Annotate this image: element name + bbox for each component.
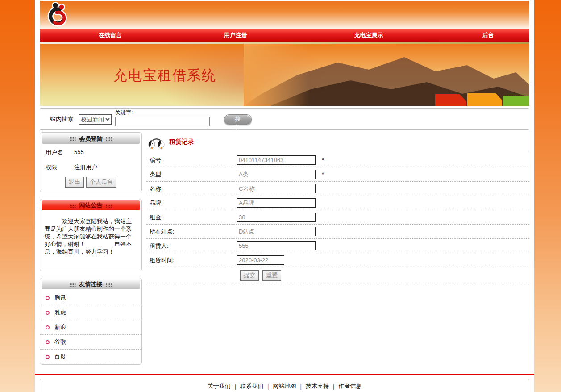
keyword-group: 关键字: (115, 109, 210, 126)
search-input[interactable] (115, 117, 210, 126)
page: 在线留言用户注册充电宝展示后台 充电宝租借系统 站内搜索 校园新闻 关键字: 搜 (35, 0, 534, 392)
footer-link-5[interactable]: 作者信息 (338, 382, 362, 390)
main-nav: 在线留言用户注册充电宝展示后台 (40, 29, 529, 42)
form-row-brand: 品牌: (146, 196, 529, 210)
friend-links-list: 腾讯雅虎新浪谷歌百度 (40, 291, 141, 364)
login-buttons-row: 退出 个人后台 (40, 175, 141, 192)
form-buttons-row: 提交 重置 (146, 267, 529, 284)
footer-link-4[interactable]: 技术支持 (306, 382, 329, 390)
field-input-name[interactable] (237, 184, 316, 193)
form-row-rent-date: 租赁时间: (146, 253, 529, 267)
form-row-renter: 租赁人: (146, 239, 529, 253)
friend-link-label: 腾讯 (54, 294, 66, 302)
footer-links: 关于我们|联系我们|网站地图|技术支持|作者信息 (40, 379, 529, 392)
form-row-name: 名称: (146, 182, 529, 196)
dots-decoration-icon (70, 137, 76, 142)
role-row: 权限 注册用户 (40, 160, 141, 175)
bullet-icon (46, 340, 50, 344)
footer-link-3[interactable]: 网站地图 (273, 382, 296, 390)
sidebar: 会员登陆 用户名 555 权限 注册用户 退出 个人后台 (40, 132, 142, 371)
form-row-number: 编号:* (146, 153, 529, 167)
form-row-type: 类型:* (146, 167, 529, 182)
member-login-title: 会员登陆 (79, 135, 103, 143)
friend-link-5[interactable]: 百度 (40, 350, 141, 364)
friend-link-4[interactable]: 谷歌 (40, 335, 141, 350)
field-label-number: 编号: (146, 156, 237, 164)
field-label-brand: 品牌: (146, 199, 237, 207)
form-row-rent: 租金: (146, 210, 529, 225)
logo-icon (43, 2, 68, 30)
field-input-renter[interactable] (237, 241, 316, 250)
search-category-select[interactable]: 校园新闻 (79, 114, 112, 125)
footer-link-2[interactable]: 联系我们 (240, 382, 263, 390)
username-label: 用户名 (46, 149, 74, 157)
nav-item-2[interactable]: 用户注册 (181, 31, 291, 39)
field-input-station[interactable] (237, 227, 316, 236)
username-value: 555 (74, 149, 84, 157)
submit-button[interactable]: 提交 (240, 270, 259, 281)
dots-decoration-icon (70, 282, 76, 287)
friend-link-2[interactable]: 雅虎 (40, 305, 141, 320)
friend-link-label: 新浪 (54, 323, 66, 331)
footer-link-separator: | (333, 383, 334, 390)
site-notice-title: 网站公告 (79, 201, 103, 209)
field-label-station: 所在站点: (146, 228, 237, 236)
field-input-rent-date[interactable] (237, 255, 284, 265)
bullet-icon (46, 296, 50, 300)
site-search-bar: 站内搜索 校园新闻 关键字: 搜 索 (40, 108, 529, 130)
page-title: 租赁记录 (169, 138, 194, 146)
field-input-number[interactable] (237, 155, 316, 165)
member-login-header: 会员登陆 (42, 134, 140, 144)
friend-links-header: 友情连接 (42, 279, 140, 289)
friend-link-3[interactable]: 新浪 (40, 320, 141, 335)
role-value: 注册用户 (74, 163, 97, 171)
member-login-panel: 会员登陆 用户名 555 权限 注册用户 退出 个人后台 (40, 132, 142, 192)
top-header (40, 1, 529, 29)
bullet-icon (46, 355, 50, 359)
role-label: 权限 (46, 163, 74, 171)
dots-decoration-icon (106, 282, 112, 287)
banner-title: 充电宝租借系统 (113, 66, 216, 85)
rental-form: 编号:*类型:*名称:品牌:租金:所在站点:租赁人:租赁时间: (146, 153, 529, 267)
field-label-renter: 租赁人: (146, 242, 237, 250)
banner: 充电宝租借系统 (40, 44, 529, 106)
nav-item-1[interactable]: 在线留言 (40, 31, 181, 39)
friend-link-label: 百度 (54, 353, 66, 361)
footer-link-1[interactable]: 关于我们 (208, 382, 231, 390)
field-input-brand[interactable] (237, 198, 316, 208)
field-label-name: 名称: (146, 185, 237, 193)
logout-button[interactable]: 退出 (65, 177, 84, 188)
form-row-station: 所在站点: (146, 225, 529, 239)
field-input-rent[interactable] (237, 213, 316, 222)
field-label-type: 类型: (146, 171, 237, 179)
field-input-type[interactable] (237, 170, 316, 179)
content-columns: 会员登陆 用户名 555 权限 注册用户 退出 个人后台 (40, 132, 529, 371)
banner-block-orange (467, 93, 502, 106)
nav-item-3[interactable]: 充电宝展示 (291, 31, 447, 39)
site-notice-header: 网站公告 (42, 200, 140, 210)
field-label-rent-date: 租赁时间: (146, 256, 237, 264)
keyword-label: 关键字: (115, 109, 210, 117)
friend-link-label: 雅虎 (54, 309, 66, 317)
search-scope-label: 站内搜索 (50, 115, 73, 123)
dots-decoration-icon (106, 203, 112, 208)
friend-link-label: 谷歌 (54, 338, 66, 346)
personal-backend-button[interactable]: 个人后台 (86, 177, 116, 188)
friend-links-panel: 友情连接 腾讯雅虎新浪谷歌百度 (40, 278, 142, 365)
footer-link-separator: | (235, 383, 236, 390)
reset-button[interactable]: 重置 (262, 270, 281, 281)
bullet-icon (46, 325, 50, 329)
main-content: 租赁记录 编号:*类型:*名称:品牌:租金:所在站点:租赁人:租赁时间: 提交 … (146, 132, 529, 284)
dots-decoration-icon (106, 137, 112, 142)
headphones-icon (148, 133, 165, 151)
site-notice-panel: 网站公告 欢迎大家登陆我站，我站主要是为广大朋友精心制作的一个系统，希望大家能够… (40, 199, 142, 271)
friend-link-1[interactable]: 腾讯 (40, 291, 141, 305)
required-mark: * (322, 157, 324, 163)
search-button[interactable]: 搜 索 (224, 114, 252, 125)
footer-link-separator: | (300, 383, 302, 390)
nav-item-4[interactable]: 后台 (447, 31, 529, 39)
site-notice-text: 欢迎大家登陆我站，我站主要是为广大朋友精心制作的一个系统，希望大家能够在我站获得… (40, 212, 141, 271)
dots-decoration-icon (70, 203, 76, 208)
friend-links-title: 友情连接 (79, 280, 103, 288)
required-mark: * (322, 171, 324, 178)
